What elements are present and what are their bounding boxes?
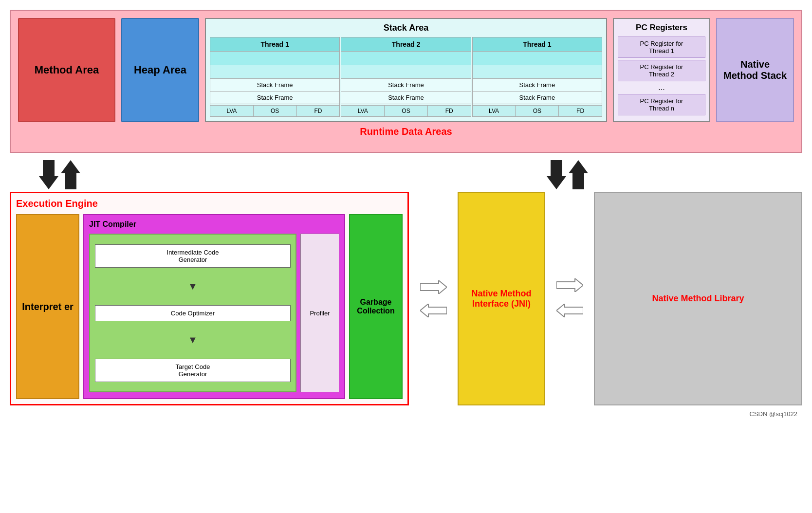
main-container: Method Area Heap Area Stack Area Thread …: [10, 10, 802, 418]
native-method-stack-label: Native Method Stack: [722, 59, 788, 81]
interpreter: Interpret er: [16, 214, 79, 399]
stack-col-2: Thread 2 Stack Frame Stack Frame LVA OS …: [341, 37, 471, 117]
thread1-header: Thread 1: [210, 37, 339, 52]
stack-col-3: Thread 1 Stack Frame Stack Frame LVA OS …: [472, 37, 602, 117]
native-method-library: Native Method Library: [594, 192, 802, 405]
svg-marker-0: [420, 280, 447, 294]
jit-compiler: JIT Compiler Intermediate CodeGenerator …: [83, 214, 345, 399]
stack-empty-3b: [473, 65, 602, 79]
method-area-label: Method Area: [35, 64, 99, 76]
stack-col-1: Thread 1 Stack Frame Stack Frame LVA OS …: [210, 37, 340, 117]
heap-area-label: Heap Area: [134, 64, 186, 76]
arrow-left-outline-1: [420, 304, 447, 317]
stack-lva-row-1: LVA OS FD: [210, 105, 339, 116]
jit-title: JIT Compiler: [89, 220, 339, 229]
stack-frame-2a: Stack Frame: [341, 79, 470, 92]
target-code-generator: Target CodeGenerator: [95, 359, 291, 382]
arrow-right-outline-2: [556, 278, 583, 292]
jit-steps: Intermediate CodeGenerator ▼ Code Optimi…: [89, 234, 296, 392]
stack-empty-1b: [210, 65, 339, 79]
native-method-stack: Native Method Stack: [716, 18, 794, 122]
jit-arrow-1: ▼: [188, 281, 198, 292]
stack-area-grid: Thread 1 Stack Frame Stack Frame LVA OS …: [210, 37, 602, 117]
stack-empty-1a: [210, 52, 339, 65]
lva-3: LVA: [473, 106, 516, 116]
profiler: Profiler: [300, 234, 339, 392]
stack-area-title: Stack Area: [210, 23, 602, 33]
execution-engine-title: Execution Engine: [16, 198, 403, 209]
arrow-up-left: [61, 160, 80, 189]
os-1: OS: [254, 106, 297, 116]
fd-2: FD: [428, 106, 471, 116]
nmi-nml-arrows: [555, 192, 584, 405]
svg-marker-3: [556, 304, 583, 317]
stack-lva-row-3: LVA OS FD: [473, 105, 602, 116]
stack-frame-3a: Stack Frame: [473, 79, 602, 92]
thread2-header: Thread 2: [341, 37, 470, 52]
stack-empty-3a: [473, 52, 602, 65]
stack-frame-2b: Stack Frame: [341, 92, 470, 104]
stack-empty-2a: [341, 52, 470, 65]
pc-dots: ...: [618, 83, 705, 92]
svg-marker-1: [420, 304, 447, 317]
bottom-section: Execution Engine Interpret er JIT Compil…: [10, 192, 802, 405]
runtime-label: Runtime Data Areas: [18, 126, 794, 137]
fd-1: FD: [297, 106, 340, 116]
garbage-label: Garbage Collection: [350, 298, 402, 315]
ee-nmi-arrows: [419, 192, 448, 405]
stack-frame-1a: Stack Frame: [210, 79, 339, 92]
stack-area: Stack Area Thread 1 Stack Frame Stack Fr…: [205, 18, 607, 122]
pc-reg-thread1: PC Register forThread 1: [618, 37, 705, 58]
inter-section-arrows: [10, 158, 802, 192]
stack-lva-row-2: LVA OS FD: [341, 105, 470, 116]
footer: CSDN @scj1022: [10, 410, 802, 418]
stack-frame-1b: Stack Frame: [210, 92, 339, 104]
method-area: Method Area: [18, 18, 115, 122]
runtime-area: Method Area Heap Area Stack Area Thread …: [10, 10, 802, 153]
jit-arrow-2: ▼: [188, 334, 198, 346]
stack-empty-2b: [341, 65, 470, 79]
arrow-down-left: [39, 160, 58, 189]
nmi-label: Native Method Interface (JNI): [463, 289, 539, 309]
lva-1: LVA: [210, 106, 254, 116]
right-arrow-group: [547, 160, 588, 189]
arrow-right-outline-1: [420, 280, 447, 294]
arrow-up-right: [569, 160, 588, 189]
thread3-header: Thread 1: [473, 37, 602, 52]
fd-3: FD: [559, 106, 602, 116]
left-arrow-group: [39, 160, 80, 189]
stack-frame-3b: Stack Frame: [473, 92, 602, 104]
svg-marker-2: [556, 278, 583, 292]
pc-registers: PC Registers PC Register forThread 1 PC …: [613, 18, 710, 122]
pc-reg-threadn: PC Register forThread n: [618, 94, 705, 115]
arrow-down-right: [547, 160, 566, 189]
garbage-collection: Garbage Collection: [349, 214, 403, 399]
native-method-interface: Native Method Interface (JNI): [458, 192, 545, 405]
profiler-label: Profiler: [310, 310, 330, 317]
footer-text: CSDN @scj1022: [750, 410, 797, 418]
nml-label: Native Method Library: [652, 293, 744, 304]
lva-2: LVA: [341, 106, 385, 116]
os-2: OS: [385, 106, 428, 116]
heap-area: Heap Area: [121, 18, 199, 122]
pc-reg-thread2: PC Register forThread 2: [618, 60, 705, 81]
os-3: OS: [516, 106, 559, 116]
code-optimizer: Code Optimizer: [95, 305, 291, 321]
interpreter-label: Interpret er: [22, 301, 74, 312]
intermediate-code-generator: Intermediate CodeGenerator: [95, 244, 291, 268]
pc-registers-title: PC Registers: [618, 23, 705, 33]
execution-engine: Execution Engine Interpret er JIT Compil…: [10, 192, 409, 405]
arrow-left-outline-2: [556, 304, 583, 317]
